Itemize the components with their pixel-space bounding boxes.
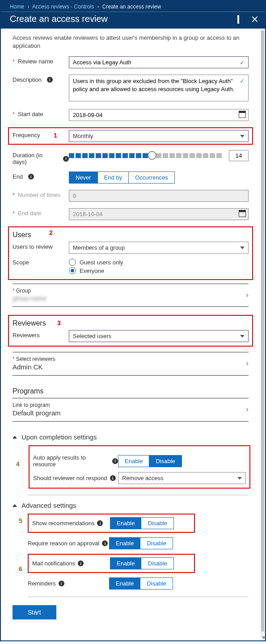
end-date-input — [69, 208, 249, 220]
chevron-up-icon — [13, 504, 17, 507]
reminders-disable-button[interactable]: Disable — [140, 577, 173, 590]
required-marker: * — [13, 58, 15, 65]
intro-text: Access reviews enable reviewers to attes… — [13, 34, 249, 50]
reminders-enable-button[interactable]: Enable — [109, 577, 140, 590]
breadcrumb-controls[interactable]: Access reviews - Controls — [32, 4, 94, 10]
show-rec-enable-button[interactable]: Enable — [110, 517, 141, 529]
mail-disable-button[interactable]: Disable — [141, 557, 173, 569]
blade-header: Create an access review — [1, 12, 265, 29]
completion-settings-toggle[interactable]: Upon completion settings — [13, 433, 249, 441]
chevron-down-icon — [240, 135, 245, 138]
annotation-2: 2 — [49, 229, 53, 236]
chevron-down-icon — [240, 335, 245, 338]
end-never-button[interactable]: Never — [69, 171, 98, 184]
chevron-down-icon — [240, 247, 245, 249]
chevron-right-icon: › — [97, 4, 99, 10]
annotation-box-2: 2 Users Users to review Members of a gro… — [8, 226, 253, 280]
info-icon[interactable]: i — [102, 540, 108, 546]
label-end: End — [13, 173, 23, 180]
annotation-box-4: Auto apply results to resourcei Enable D… — [29, 445, 250, 489]
chevron-down-icon[interactable] — [262, 636, 266, 639]
show-rec-disable-button[interactable]: Disable — [141, 517, 173, 529]
scrollbar-thumb[interactable] — [261, 30, 264, 631]
info-icon[interactable]: i — [110, 475, 116, 481]
end-occurrences-button[interactable]: Occurrences — [129, 171, 175, 184]
chevron-up-icon — [13, 436, 17, 439]
review-name-input[interactable] — [69, 56, 249, 68]
annotation-box-5: Show recommendationsi Enable Disable — [28, 514, 195, 533]
select-reviewers-picker[interactable]: *Select reviewers Admin CK › — [13, 352, 249, 372]
chevron-down-icon — [237, 477, 242, 480]
start-date-input[interactable] — [69, 109, 249, 121]
annotation-box-6: Mail notificationsi Enable Disable — [28, 554, 195, 573]
breadcrumb-current: Create an access review — [102, 4, 161, 10]
end-option-group: Never End by Occurrences — [69, 171, 249, 184]
duration-value-input[interactable] — [229, 150, 249, 161]
label-end-date: End date — [18, 210, 41, 217]
label-review-name: Review name — [18, 58, 53, 65]
req-reason-disable-button[interactable]: Disable — [140, 537, 173, 549]
check-icon: ✓ — [240, 59, 245, 66]
scrollbar[interactable] — [260, 29, 265, 640]
end-by-button[interactable]: End by — [98, 171, 129, 184]
chevron-right-icon: › — [246, 405, 249, 414]
calendar-icon[interactable] — [239, 111, 246, 118]
auto-apply-enable-button[interactable]: Enable — [118, 455, 149, 467]
section-programs: Programs — [13, 387, 249, 395]
users-to-review-select[interactable]: Members of a group — [69, 242, 249, 254]
group-picker[interactable]: *Group group-name › — [13, 284, 249, 304]
frequency-select[interactable]: Monthly — [69, 130, 249, 142]
link-program-picker[interactable]: Link to program Default program › — [13, 398, 249, 418]
chevron-right-icon: › — [246, 290, 249, 300]
close-icon[interactable] — [252, 16, 258, 22]
start-button[interactable]: Start — [13, 605, 56, 619]
mail-enable-button[interactable]: Enable — [110, 557, 141, 569]
annotation-6: 6 — [19, 565, 22, 573]
check-icon: ✓ — [240, 77, 245, 84]
info-icon[interactable]: i — [28, 174, 34, 180]
calendar-icon — [239, 210, 246, 217]
info-icon[interactable]: i — [47, 77, 53, 83]
annotation-5: 5 — [19, 517, 22, 524]
info-icon[interactable]: i — [63, 156, 69, 162]
description-input[interactable]: Users in this group are excluded from th… — [69, 75, 249, 101]
info-icon[interactable]: i — [112, 458, 118, 464]
label-description: Description — [13, 76, 42, 83]
req-reason-enable-button[interactable]: Enable — [109, 537, 140, 549]
reviewers-select[interactable]: Selected users — [69, 330, 249, 342]
section-reviewers: Reviewers — [13, 319, 249, 327]
annotation-box-1: 1 Frequency Monthly — [8, 127, 253, 145]
breadcrumb-home[interactable]: Home — [10, 4, 24, 10]
label-users-to-review: Users to review — [13, 243, 53, 250]
auto-apply-disable-button[interactable]: Disable — [149, 455, 182, 467]
annotation-1: 1 — [54, 132, 57, 139]
label-scope: Scope — [13, 259, 29, 266]
chevron-right-icon: › — [246, 359, 249, 368]
chevron-right-icon: › — [27, 4, 29, 10]
not-respond-select[interactable]: Remove access — [118, 472, 246, 484]
duration-slider[interactable] — [69, 153, 222, 159]
page-title: Create an access review — [10, 14, 237, 24]
breadcrumb: Home › Access reviews - Controls › Creat… — [1, 1, 265, 12]
scope-everyone-radio[interactable]: Everyone — [69, 267, 249, 274]
section-users: Users — [13, 231, 249, 239]
label-num-times: Number of times — [18, 192, 60, 198]
label-frequency: Frequency — [13, 132, 40, 138]
label-start-date: Start date — [18, 111, 43, 117]
info-icon[interactable]: i — [97, 520, 103, 526]
info-icon[interactable]: i — [78, 560, 84, 566]
annotation-4: 4 — [16, 460, 20, 468]
annotation-3: 3 — [57, 319, 61, 326]
scope-guest-radio[interactable]: Guest users only — [69, 259, 249, 266]
label-reviewers: Reviewers — [13, 332, 40, 339]
advanced-settings-toggle[interactable]: Advanced settings — [13, 502, 249, 509]
info-icon[interactable]: i — [59, 581, 64, 586]
restore-icon[interactable] — [237, 16, 244, 22]
annotation-box-3: 3 Reviewers Reviewers Selected users — [8, 315, 253, 347]
num-times-input — [69, 190, 249, 202]
label-duration: Duration (in days) — [13, 152, 58, 165]
